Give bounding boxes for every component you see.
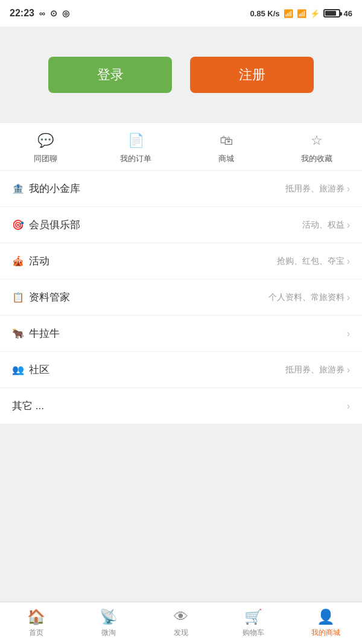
mall-icon: 🛍 [220,133,233,148]
tab-bar: 🏠 首页 📡 微淘 👁 发现 🛒 购物车 👤 我的商城 [0,602,362,644]
menu-item-vip[interactable]: 🎯 会员俱乐部 活动、权益 › [0,207,362,243]
menu-item-others[interactable]: 其它 ... › [0,388,362,424]
orders-label: 我的订单 [120,153,151,164]
vip-label: 会员俱乐部 [29,218,80,232]
chevron-icon: › [347,183,350,194]
activities-right: 抢购、红包、夺宝 [277,256,345,267]
search-icon: ◎ [62,8,69,18]
community-label: 社区 [29,363,49,377]
spacer [0,424,362,602]
chevron-icon: › [347,328,350,339]
niu-icon: 🐂 [12,328,24,339]
menu-section: 💬 同团聊 📄 我的订单 🛍 商城 ☆ 我的收藏 🏦 我的小金库 抵用券、旅游券… [0,123,362,424]
infinity-icon: ∞ [39,8,45,18]
signal-icon: 📶 [297,9,306,18]
tab-discover[interactable]: 👁 发现 [145,604,217,643]
data-manager-icon: 📋 [12,292,24,303]
chevron-icon: › [347,401,350,412]
my-mall-label: 我的商城 [311,628,340,638]
cart-icon: 🛒 [244,608,262,625]
tab-cart[interactable]: 🛒 购物车 [217,604,290,643]
cart-label: 购物车 [243,628,264,638]
wallet-right: 抵用券、旅游券 [285,183,345,194]
micro-tao-label: 微淘 [101,628,116,638]
menu-item-wallet[interactable]: 🏦 我的小金库 抵用券、旅游券 › [0,171,362,207]
vip-right: 活动、权益 [302,220,345,231]
group-chat-label: 同团聊 [34,153,57,164]
my-mall-icon: 👤 [317,608,335,625]
nav-mall[interactable]: 🛍 商城 [181,133,272,164]
home-icon: 🏠 [27,608,45,625]
mall-label: 商城 [218,153,234,164]
menu-list: 🏦 我的小金库 抵用券、旅游券 › 🎯 会员俱乐部 活动、权益 › 🎪 活动 [0,171,362,424]
chevron-icon: › [347,256,350,267]
menu-item-community[interactable]: 👥 社区 抵用券、旅游券 › [0,352,362,388]
tab-micro-tao[interactable]: 📡 微淘 [72,604,145,643]
favorites-label: 我的收藏 [301,153,332,164]
discover-icon: 👁 [174,608,188,625]
chevron-icon: › [347,365,350,375]
quick-nav: 💬 同团聊 📄 我的订单 🛍 商城 ☆ 我的收藏 [0,123,362,171]
status-bar: 22:23 ∞ ⊙ ◎ 0.85 K/s 📶 📶 ⚡ 46 [0,0,362,27]
status-right: 0.85 K/s 📶 📶 ⚡ 46 [250,9,352,18]
menu-item-activities[interactable]: 🎪 活动 抢购、红包、夺宝 › [0,243,362,279]
register-button[interactable]: 注册 [190,57,314,93]
nav-my-orders[interactable]: 📄 我的订单 [91,133,181,164]
clock-icon: ⊙ [50,8,57,18]
speed-indicator: 0.85 K/s [250,9,279,18]
nav-favorites[interactable]: ☆ 我的收藏 [272,133,362,164]
wallet-label: 我的小金库 [29,182,80,196]
favorites-icon: ☆ [311,133,323,148]
activities-label: 活动 [29,254,49,268]
discover-label: 发现 [174,628,188,638]
battery-icon [323,9,340,18]
data-manager-right: 个人资料、常旅资料 [268,292,345,303]
activities-icon: 🎪 [12,255,24,267]
orders-icon: 📄 [128,133,144,148]
community-icon: 👥 [12,364,24,375]
group-chat-icon: 💬 [37,133,54,148]
login-button[interactable]: 登录 [48,57,172,93]
tab-home[interactable]: 🏠 首页 [0,604,72,643]
micro-tao-icon: 📡 [100,608,118,625]
chevron-icon: › [347,220,350,231]
tab-my-mall[interactable]: 👤 我的商城 [290,604,362,643]
status-time: 22:23 [10,8,34,19]
vip-icon: 🎯 [12,219,24,231]
charge-icon: ⚡ [310,9,320,18]
community-right: 抵用券、旅游券 [285,365,345,375]
wallet-icon: 🏦 [12,183,24,194]
battery-level: 46 [344,9,352,18]
home-label: 首页 [29,628,43,638]
chevron-icon: › [347,292,350,303]
menu-item-data-manager[interactable]: 📋 资料管家 个人资料、常旅资料 › [0,279,362,316]
data-manager-label: 资料管家 [29,290,70,304]
menu-item-niu-la-niu[interactable]: 🐂 牛拉牛 › [0,316,362,352]
niu-label: 牛拉牛 [29,327,60,340]
nav-group-chat[interactable]: 💬 同团聊 [0,133,91,164]
header-area: 登录 注册 [0,27,362,123]
wifi-icon: 📶 [284,9,293,18]
status-left: 22:23 ∞ ⊙ ◎ [10,8,69,19]
others-label: 其它 ... [12,399,44,413]
